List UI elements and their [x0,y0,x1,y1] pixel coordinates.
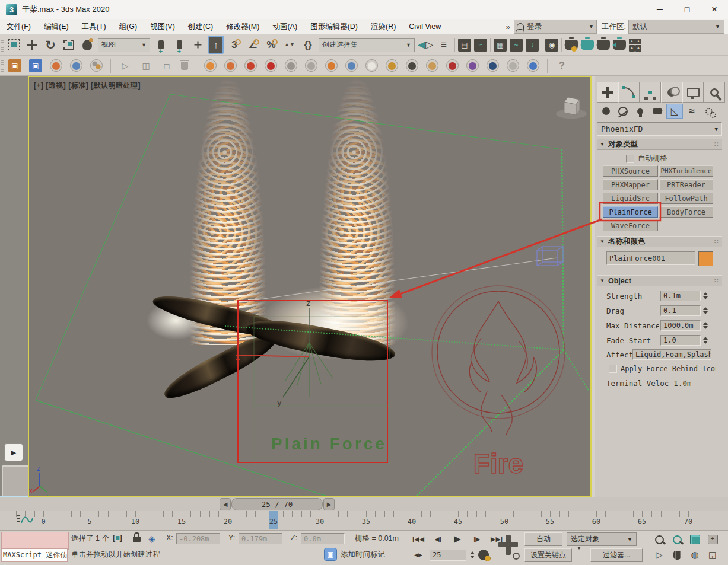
button-phxmapper[interactable]: PHXMapper [603,179,658,190]
param-value-affect[interactable]: Liquid,Foam,Splash [632,349,711,360]
menu-views[interactable]: 视图(V) [144,22,182,32]
button-waveforce[interactable]: WaveForce [603,220,658,231]
previous-frame-button[interactable]: ◀ [220,498,231,510]
menu-civil-view[interactable]: Civil View [402,23,447,31]
preset-candle-icon[interactable] [325,59,338,72]
delete-simulation-icon[interactable] [181,62,188,70]
preset-flame-2-icon[interactable] [224,59,237,72]
use-pivot-center-icon[interactable] [153,37,169,53]
fade-start-spinner[interactable] [702,335,709,346]
next-frame-button[interactable]: ▶ [323,498,335,510]
tab-utilities[interactable] [704,82,725,103]
phoenix-node-icon[interactable] [90,59,103,72]
maxscript-label[interactable]: MAXScript 迷你侦听器 [1,548,68,562]
rollout-name-color[interactable]: ▼名称和颜色∷ [597,236,722,247]
render-iterative-icon[interactable] [613,40,626,50]
z-coordinate-field[interactable]: 0.0m [301,533,345,544]
snap-3d-icon[interactable]: 3 [227,37,242,53]
subtab-space-warps[interactable]: ≈ [684,104,700,119]
maxscript-mini-listener[interactable] [1,532,69,550]
workspace-dropdown[interactable]: 默认 ▼ [628,20,724,34]
close-button[interactable]: × [701,1,728,19]
minimize-button[interactable]: ─ [646,1,673,19]
maximize-viewport-icon[interactable]: ◱ [705,548,720,562]
spinner-snap-icon[interactable]: ▲▼ [282,37,297,53]
zoom-extents-all-icon[interactable] [705,532,720,547]
play-button[interactable]: ▶ [449,532,466,545]
strength-spinner[interactable] [702,291,709,301]
menu-edit[interactable]: 编辑(E) [37,22,75,32]
subtab-shapes[interactable] [615,104,631,119]
preset-smoke-1-icon[interactable] [285,59,297,72]
named-selection-sets-dropdown[interactable]: 创建选择集▼ [319,38,415,52]
subtab-lights[interactable] [632,104,648,119]
set-key-button[interactable]: 设置关键点 [524,548,572,562]
preset-splash-icon[interactable] [345,59,358,72]
subtab-helpers[interactable]: ◺ [666,104,683,119]
menu-tools[interactable]: 工具(T) [75,22,113,32]
selection-lock-icon[interactable] [133,537,141,542]
select-and-rotate-icon[interactable]: ↻ [43,37,58,53]
zoom-all-icon[interactable] [669,532,685,547]
menu-file[interactable]: 文件(F) [0,22,37,32]
time-tag-icon[interactable]: ▣ [324,548,337,561]
field-of-view-icon[interactable]: ▷ [651,548,667,562]
phoenix-ocean-helper-icon[interactable] [70,59,82,72]
autogrid-checkbox[interactable] [626,155,634,163]
time-slider-track[interactable]: ◀ 25 / 70 ▶ [0,497,728,512]
go-to-start-button[interactable]: |◀◀ [409,532,427,545]
y-coordinate-field[interactable]: 0.179m [239,533,282,544]
auto-key-button[interactable]: 自动 [524,532,562,546]
viewport-header[interactable]: [+] [透视] [标准] [默认明暗处理] [34,81,141,91]
material-editor-icon[interactable]: ◉ [545,39,558,52]
preset-wave-icon[interactable] [527,59,539,72]
key-mode-toggle[interactable]: ◀▶ [409,548,427,561]
menu-modifiers[interactable]: 修改器(M) [220,22,266,32]
phoenix-help-icon[interactable]: ? [555,60,568,71]
edit-named-selection-icon[interactable]: {} [300,37,316,53]
frame-spinner[interactable] [469,550,476,560]
param-value-fade-start[interactable]: 1.0 [660,335,701,346]
preset-flame-1-icon[interactable] [204,59,217,72]
align-icon[interactable]: ≡ [436,37,452,53]
schematic-view-icon[interactable]: ↓ [526,39,539,52]
preset-explosion-1-icon[interactable] [244,59,257,72]
angle-snap-icon[interactable]: ∠ [245,37,260,53]
time-tag-text[interactable]: 添加时间标记 [341,550,385,560]
preset-deepwater-icon[interactable] [487,59,499,72]
reference-coordinate-dropdown[interactable]: 视图▼ [98,38,150,52]
phoenix-fire-preset-icon[interactable]: ▣ [8,59,21,72]
ribbon-toggle-icon[interactable]: ▦ [494,39,507,52]
param-value-max-distance[interactable]: 1000.0m [660,320,701,331]
preset-island-icon[interactable] [426,59,438,72]
object-color-swatch[interactable] [698,251,713,266]
button-plainforce[interactable]: PlainForce [603,206,658,218]
previous-frame-button[interactable]: ◀| [429,532,447,545]
sign-in-dropdown[interactable]: 登录 ▼ [514,20,597,34]
phoenix-liquid-preset-icon[interactable]: ▣ [29,59,42,72]
snaps-toggle-icon[interactable]: ↑ [208,37,224,53]
layer-manager-icon[interactable]: ▤ [458,39,471,52]
use-selection-center-icon[interactable] [171,37,187,53]
scene-explorer-icon[interactable]: ≈ [474,39,487,52]
orbit-icon[interactable]: ◍ [687,548,702,562]
select-manipulate-icon[interactable] [190,37,205,53]
drag-spinner[interactable] [702,305,709,316]
menu-group[interactable]: 组(G) [113,22,144,32]
tab-motion[interactable] [661,82,682,103]
button-prtreader[interactable]: PRTReader [659,179,713,190]
menu-overflow-chevron[interactable]: » [503,23,514,31]
maximize-button[interactable]: □ [673,1,701,19]
button-phxturbulence[interactable]: PHXTurbulence [659,165,713,177]
rendered-frame-window-icon[interactable] [581,40,594,50]
simulate-play-icon[interactable]: ▷ [119,61,132,71]
percent-snap-icon[interactable]: % [263,37,279,53]
button-phxsource[interactable]: PHXSource [603,165,658,177]
current-frame-field[interactable]: 25 [430,550,466,561]
preset-milk-icon[interactable] [365,59,378,72]
mirror-icon[interactable]: ◀▷ [418,37,433,53]
set-keys-icon[interactable] [496,532,521,561]
x-coordinate-field[interactable]: -0.208m [176,533,220,544]
absolute-mode-icon[interactable]: ◈ [148,534,155,544]
button-bodyforce[interactable]: BodyForce [659,206,713,218]
